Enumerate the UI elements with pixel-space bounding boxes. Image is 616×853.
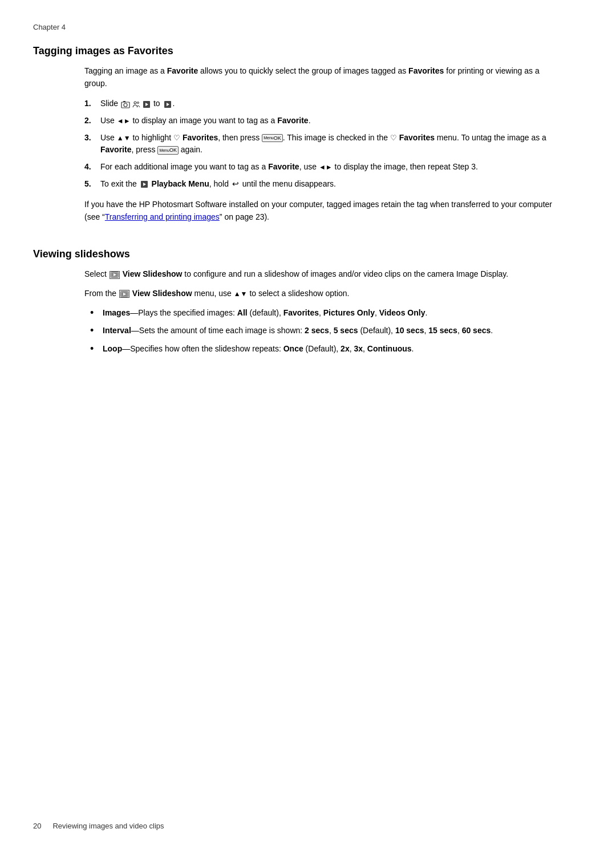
interval-2s: 2 secs (305, 326, 329, 335)
step-num-5: 5. (84, 178, 97, 191)
footer-page-num: 20 (33, 822, 41, 830)
heart-icon: ♡ (173, 132, 180, 144)
favorite-bold-2: Favorite (277, 116, 308, 125)
people-icon (132, 100, 141, 108)
step-num-4: 4. (84, 161, 97, 173)
viewing-title: Viewing slideshows (33, 248, 583, 260)
favorites-bold-4: Favorites (399, 133, 435, 142)
tagging-note: If you have the HP Photosmart Software i… (84, 199, 560, 223)
menu-ok-badge: Menu OK (262, 134, 283, 143)
view-slideshow-bold-2: View Slideshow (132, 289, 192, 298)
footer: 20 Reviewing images and video clips (33, 822, 583, 830)
loop-continuous: Continuous (367, 344, 412, 353)
bullet-loop-content: Loop—Specifies how often the slideshow r… (103, 343, 414, 355)
step-3: 3. Use ▲▼ to highlight ♡ Favorites, then… (84, 132, 560, 156)
step-2: 2. Use ◄► to display an image you want t… (84, 115, 560, 127)
heart-icon-2: ♡ (390, 132, 397, 144)
page: Chapter 4 Tagging images as Favorites Ta… (0, 0, 616, 853)
images-vids: Videos Only (379, 308, 425, 317)
tagging-title: Tagging images as Favorites (33, 45, 583, 57)
loop-once: Once (283, 344, 303, 353)
svg-point-3 (134, 102, 136, 104)
interval-5s: 5 secs (334, 326, 358, 335)
step-5-content: To exit the Playback Menu, hold ↩ until … (100, 178, 336, 191)
svg-rect-2 (123, 101, 125, 102)
step-num-1: 1. (84, 98, 97, 110)
bullet-dot-1: • (90, 307, 99, 320)
back-icon: ↩ (232, 178, 239, 191)
step-3-content: Use ▲▼ to highlight ♡ Favorites, then pr… (100, 132, 560, 156)
images-favorites: Favorites (283, 308, 319, 317)
favorites-bold: Favorites (408, 66, 444, 75)
steps-list: 1. Slide (84, 98, 560, 191)
bullet-images-content: Images—Plays the specified images: All (… (103, 307, 427, 320)
interval-15s: 15 secs (428, 326, 457, 335)
menu-ok-badge-2: Menu OK (157, 146, 179, 155)
viewing-para2: From the View Slideshow menu, use ▲▼ to … (84, 288, 560, 300)
slideshow-icon (110, 271, 120, 279)
bullet-interval: • Interval—Sets the amount of time each … (90, 325, 560, 337)
lr-arrows-icon: ◄► (117, 116, 131, 127)
svg-point-1 (124, 103, 127, 107)
step-2-content: Use ◄► to display an image you want to t… (100, 115, 311, 127)
chapter-label: Chapter 4 (33, 23, 583, 31)
bullet-images: • Images—Plays the specified images: All… (90, 307, 560, 320)
bullet-interval-content: Interval—Sets the amount of time each im… (103, 325, 493, 337)
tagging-intro: Tagging an image as a Favorite allows yo… (84, 65, 560, 90)
images-term: Images (103, 308, 130, 317)
step-num-2: 2. (84, 115, 97, 127)
play-square-icon (143, 100, 151, 108)
loop-2x: 2x (341, 344, 350, 353)
transfer-link[interactable]: Transferring and printing images (105, 212, 220, 221)
viewing-body: Select View Slideshow to configure and r… (84, 268, 560, 355)
loop-term: Loop (103, 344, 122, 353)
slideshow-icon-2 (119, 290, 129, 298)
step-1-content: Slide (100, 98, 175, 110)
bullet-dot-3: • (90, 343, 99, 355)
favorite-bold-3: Favorite (100, 145, 131, 154)
camera-icons (120, 100, 151, 108)
step-1: 1. Slide (84, 98, 560, 110)
bullet-dot-2: • (90, 325, 99, 337)
images-all: All (237, 308, 248, 317)
view-slideshow-bold: View Slideshow (123, 269, 183, 278)
tagging-body: Tagging an image as a Favorite allows yo… (84, 65, 560, 223)
viewing-para1: Select View Slideshow to configure and r… (84, 268, 560, 281)
favorites-bold-3: Favorites (183, 133, 218, 142)
svg-point-4 (137, 102, 139, 103)
camera-icon (121, 100, 130, 108)
play-square-icon-2 (164, 100, 172, 108)
viewing-section: Viewing slideshows Select View Slideshow… (33, 246, 583, 361)
lr-arrows-icon-2: ◄► (319, 162, 333, 173)
ud-arrows-icon-2: ▲▼ (234, 289, 248, 300)
step-5: 5. To exit the Playback Menu, hold ↩ unt… (84, 178, 560, 191)
bullet-loop: • Loop—Specifies how often the slideshow… (90, 343, 560, 355)
playback-menu-icon (140, 180, 148, 188)
interval-10s: 10 secs (395, 326, 424, 335)
loop-3x: 3x (354, 344, 363, 353)
interval-term: Interval (103, 326, 131, 335)
ud-arrows-icon: ▲▼ (117, 133, 131, 144)
favorite-bold: Favorite (167, 66, 198, 75)
interval-60s: 60 secs (462, 326, 491, 335)
favorite-bold-4: Favorite (268, 162, 299, 171)
footer-text: Reviewing images and video clips (52, 822, 164, 830)
step-num-3: 3. (84, 132, 97, 144)
step-4: 4. For each additional image you want to… (84, 161, 560, 173)
images-pics: Pictures Only (323, 308, 375, 317)
tagging-section: Tagging images as Favorites Tagging an i… (33, 43, 583, 233)
step-4-content: For each additional image you want to ta… (100, 161, 478, 173)
slideshow-options-list: • Images—Plays the specified images: All… (90, 307, 560, 355)
playback-menu-bold: Playback Menu (152, 179, 209, 188)
